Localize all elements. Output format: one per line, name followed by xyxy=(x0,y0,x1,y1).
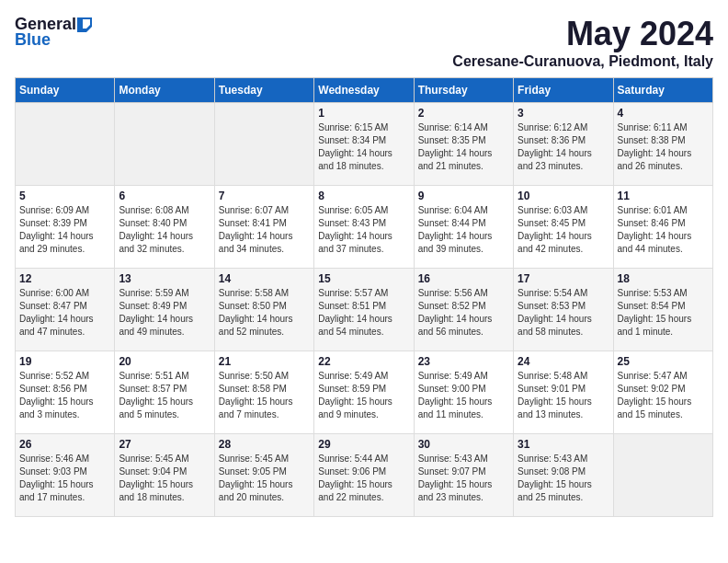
day-number: 24 xyxy=(518,355,609,368)
day-info: Sunrise: 5:58 AM Sunset: 8:50 PM Dayligh… xyxy=(219,287,310,339)
calendar-cell: 5Sunrise: 6:09 AM Sunset: 8:39 PM Daylig… xyxy=(16,186,115,269)
day-info: Sunrise: 6:11 AM Sunset: 8:38 PM Dayligh… xyxy=(618,121,709,173)
calendar-week-row: 26Sunrise: 5:46 AM Sunset: 9:03 PM Dayli… xyxy=(16,434,713,517)
day-number: 18 xyxy=(618,272,709,285)
day-info: Sunrise: 5:50 AM Sunset: 8:58 PM Dayligh… xyxy=(219,370,310,421)
day-info: Sunrise: 5:44 AM Sunset: 9:06 PM Dayligh… xyxy=(318,453,409,504)
day-info: Sunrise: 5:43 AM Sunset: 9:07 PM Dayligh… xyxy=(418,453,509,504)
day-info: Sunrise: 5:49 AM Sunset: 9:00 PM Dayligh… xyxy=(418,370,509,421)
calendar-cell: 29Sunrise: 5:44 AM Sunset: 9:06 PM Dayli… xyxy=(314,434,414,517)
calendar-cell: 20Sunrise: 5:51 AM Sunset: 8:57 PM Dayli… xyxy=(115,351,214,434)
calendar-table: SundayMondayTuesdayWednesdayThursdayFrid… xyxy=(15,77,713,517)
calendar-week-row: 19Sunrise: 5:52 AM Sunset: 8:56 PM Dayli… xyxy=(16,351,713,434)
day-number: 3 xyxy=(518,107,609,120)
day-number: 4 xyxy=(618,107,709,120)
day-info: Sunrise: 5:52 AM Sunset: 8:56 PM Dayligh… xyxy=(19,370,110,421)
day-info: Sunrise: 5:51 AM Sunset: 8:57 PM Dayligh… xyxy=(119,370,210,421)
day-info: Sunrise: 6:08 AM Sunset: 8:40 PM Dayligh… xyxy=(119,204,210,256)
weekday-header-wednesday: Wednesday xyxy=(314,78,414,103)
calendar-cell: 16Sunrise: 5:56 AM Sunset: 8:52 PM Dayli… xyxy=(414,269,513,351)
calendar-cell: 28Sunrise: 5:45 AM Sunset: 9:05 PM Dayli… xyxy=(214,434,313,517)
calendar-cell: 23Sunrise: 5:49 AM Sunset: 9:00 PM Dayli… xyxy=(414,351,513,434)
calendar-week-row: 1Sunrise: 6:15 AM Sunset: 8:34 PM Daylig… xyxy=(16,103,713,186)
day-info: Sunrise: 5:45 AM Sunset: 9:04 PM Dayligh… xyxy=(119,453,210,504)
calendar-cell: 18Sunrise: 5:53 AM Sunset: 8:54 PM Dayli… xyxy=(613,269,712,351)
day-number: 1 xyxy=(318,107,409,120)
calendar-cell: 30Sunrise: 5:43 AM Sunset: 9:07 PM Dayli… xyxy=(414,434,513,517)
weekday-header-row: SundayMondayTuesdayWednesdayThursdayFrid… xyxy=(16,78,713,103)
day-number: 6 xyxy=(119,190,210,202)
calendar-cell: 15Sunrise: 5:57 AM Sunset: 8:51 PM Dayli… xyxy=(314,269,414,351)
calendar-body: 1Sunrise: 6:15 AM Sunset: 8:34 PM Daylig… xyxy=(16,103,713,517)
calendar-cell: 13Sunrise: 5:59 AM Sunset: 8:49 PM Dayli… xyxy=(115,269,214,351)
calendar-cell: 25Sunrise: 5:47 AM Sunset: 9:02 PM Dayli… xyxy=(613,351,712,434)
calendar-cell: 14Sunrise: 5:58 AM Sunset: 8:50 PM Dayli… xyxy=(214,269,313,351)
day-info: Sunrise: 6:04 AM Sunset: 8:44 PM Dayligh… xyxy=(418,204,509,256)
calendar-cell: 11Sunrise: 6:01 AM Sunset: 8:46 PM Dayli… xyxy=(613,186,712,269)
calendar-cell: 6Sunrise: 6:08 AM Sunset: 8:40 PM Daylig… xyxy=(115,186,214,269)
calendar-cell xyxy=(613,434,712,517)
weekday-header-monday: Monday xyxy=(115,78,214,103)
day-info: Sunrise: 6:07 AM Sunset: 8:41 PM Dayligh… xyxy=(219,204,310,256)
calendar-cell: 10Sunrise: 6:03 AM Sunset: 8:45 PM Dayli… xyxy=(514,186,613,269)
calendar-cell: 8Sunrise: 6:05 AM Sunset: 8:43 PM Daylig… xyxy=(314,186,414,269)
calendar-cell: 2Sunrise: 6:14 AM Sunset: 8:35 PM Daylig… xyxy=(414,103,513,186)
month-title: May 2024 xyxy=(452,15,713,53)
day-info: Sunrise: 6:01 AM Sunset: 8:46 PM Dayligh… xyxy=(618,204,709,256)
page-header: General Blue May 2024 Ceresane-Curanuova… xyxy=(15,15,713,70)
calendar-week-row: 12Sunrise: 6:00 AM Sunset: 8:47 PM Dayli… xyxy=(16,269,713,351)
day-number: 25 xyxy=(618,355,709,368)
calendar-cell: 26Sunrise: 5:46 AM Sunset: 9:03 PM Dayli… xyxy=(16,434,115,517)
day-info: Sunrise: 6:00 AM Sunset: 8:47 PM Dayligh… xyxy=(19,287,110,339)
day-info: Sunrise: 6:15 AM Sunset: 8:34 PM Dayligh… xyxy=(318,121,409,173)
calendar-cell xyxy=(214,103,313,186)
calendar-cell: 17Sunrise: 5:54 AM Sunset: 8:53 PM Dayli… xyxy=(514,269,613,351)
calendar-cell: 4Sunrise: 6:11 AM Sunset: 8:38 PM Daylig… xyxy=(613,103,712,186)
calendar-header: SundayMondayTuesdayWednesdayThursdayFrid… xyxy=(16,78,713,103)
logo-icon xyxy=(77,17,92,32)
calendar-cell: 24Sunrise: 5:48 AM Sunset: 9:01 PM Dayli… xyxy=(514,351,613,434)
day-info: Sunrise: 5:45 AM Sunset: 9:05 PM Dayligh… xyxy=(219,453,310,504)
day-info: Sunrise: 5:59 AM Sunset: 8:49 PM Dayligh… xyxy=(119,287,210,339)
calendar-cell: 22Sunrise: 5:49 AM Sunset: 8:59 PM Dayli… xyxy=(314,351,414,434)
calendar-cell: 31Sunrise: 5:43 AM Sunset: 9:08 PM Dayli… xyxy=(514,434,613,517)
day-number: 30 xyxy=(418,438,509,451)
title-block: May 2024 Ceresane-Curanuova, Piedmont, I… xyxy=(452,15,713,70)
logo-blue: Blue xyxy=(15,30,51,50)
day-info: Sunrise: 5:49 AM Sunset: 8:59 PM Dayligh… xyxy=(318,370,409,421)
calendar-cell xyxy=(115,103,214,186)
day-info: Sunrise: 5:54 AM Sunset: 8:53 PM Dayligh… xyxy=(518,287,609,339)
day-number: 17 xyxy=(518,272,609,285)
day-number: 5 xyxy=(19,190,110,202)
day-number: 2 xyxy=(418,107,509,120)
day-number: 20 xyxy=(119,355,210,368)
calendar-cell: 9Sunrise: 6:04 AM Sunset: 8:44 PM Daylig… xyxy=(414,186,513,269)
day-number: 14 xyxy=(219,272,310,285)
day-number: 10 xyxy=(518,190,609,202)
day-number: 12 xyxy=(19,272,110,285)
calendar-cell xyxy=(16,103,115,186)
weekday-header-sunday: Sunday xyxy=(16,78,115,103)
day-number: 28 xyxy=(219,438,310,451)
day-info: Sunrise: 6:03 AM Sunset: 8:45 PM Dayligh… xyxy=(518,204,609,256)
day-info: Sunrise: 6:14 AM Sunset: 8:35 PM Dayligh… xyxy=(418,121,509,173)
day-number: 23 xyxy=(418,355,509,368)
calendar-cell: 19Sunrise: 5:52 AM Sunset: 8:56 PM Dayli… xyxy=(16,351,115,434)
day-info: Sunrise: 6:05 AM Sunset: 8:43 PM Dayligh… xyxy=(318,204,409,256)
day-number: 16 xyxy=(418,272,509,285)
calendar-cell: 12Sunrise: 6:00 AM Sunset: 8:47 PM Dayli… xyxy=(16,269,115,351)
day-info: Sunrise: 5:57 AM Sunset: 8:51 PM Dayligh… xyxy=(318,287,409,339)
day-number: 31 xyxy=(518,438,609,451)
day-number: 8 xyxy=(318,190,409,202)
weekday-header-tuesday: Tuesday xyxy=(214,78,313,103)
weekday-header-thursday: Thursday xyxy=(414,78,513,103)
day-info: Sunrise: 5:48 AM Sunset: 9:01 PM Dayligh… xyxy=(518,370,609,421)
calendar-week-row: 5Sunrise: 6:09 AM Sunset: 8:39 PM Daylig… xyxy=(16,186,713,269)
location-title: Ceresane-Curanuova, Piedmont, Italy xyxy=(452,53,713,70)
day-number: 7 xyxy=(219,190,310,202)
day-number: 9 xyxy=(418,190,509,202)
calendar-cell: 7Sunrise: 6:07 AM Sunset: 8:41 PM Daylig… xyxy=(214,186,313,269)
day-info: Sunrise: 5:46 AM Sunset: 9:03 PM Dayligh… xyxy=(19,453,110,504)
day-info: Sunrise: 6:09 AM Sunset: 8:39 PM Dayligh… xyxy=(19,204,110,256)
day-number: 27 xyxy=(119,438,210,451)
